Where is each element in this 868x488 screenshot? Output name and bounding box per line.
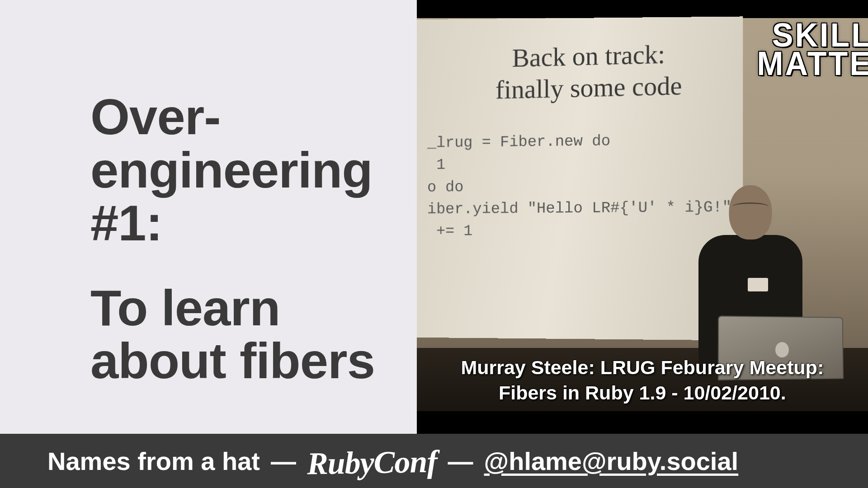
projected-title-line1: Back on track: bbox=[512, 39, 665, 72]
video-frame: Back on track: finally some code _lrug =… bbox=[417, 0, 868, 434]
brand-line2: MATTE bbox=[757, 45, 868, 82]
slide-footer: Names from a hat — RubyConf — @hlame@rub… bbox=[0, 434, 868, 488]
video-caption-line2: Fibers in Ruby 1.9 - 10/02/2010. bbox=[499, 382, 786, 404]
presentation-slide: Over-engineering #1: To learn about fibe… bbox=[0, 0, 868, 488]
slide-left-panel: Over-engineering #1: To learn about fibe… bbox=[0, 0, 417, 434]
skills-matter-logo: SKILL MATTE bbox=[757, 21, 868, 78]
video-caption-line1: Murray Steele: LRUG Feburary Meetup: bbox=[461, 357, 824, 378]
footer-social-handle[interactable]: @hlame@ruby.social bbox=[484, 446, 739, 476]
projected-code-block: _lrug = Fiber.new do 1 o do iber.yield "… bbox=[427, 129, 725, 243]
video-caption: Murray Steele: LRUG Feburary Meetup: Fib… bbox=[417, 355, 868, 406]
slide-video-panel: Back on track: finally some code _lrug =… bbox=[417, 0, 868, 434]
footer-talk-title: Names from a hat bbox=[47, 446, 260, 476]
footer-separator-1: — bbox=[271, 446, 296, 476]
speaker-glasses bbox=[732, 202, 769, 211]
slide-main-area: Over-engineering #1: To learn about fibe… bbox=[0, 0, 868, 434]
footer-conference-logo: RubyConf bbox=[307, 443, 437, 482]
slide-heading-1: Over-engineering #1: bbox=[90, 90, 399, 250]
projected-slide-title: Back on track: finally some code bbox=[454, 37, 725, 106]
footer-separator-2: — bbox=[448, 446, 473, 476]
video-letterbox-bottom bbox=[417, 411, 868, 434]
projected-title-line2: finally some code bbox=[495, 70, 682, 104]
speaker-badge bbox=[748, 278, 768, 291]
speaker-head bbox=[729, 185, 772, 239]
video-letterbox-top bbox=[417, 0, 868, 18]
slide-heading-2: To learn about fibers bbox=[90, 282, 399, 388]
